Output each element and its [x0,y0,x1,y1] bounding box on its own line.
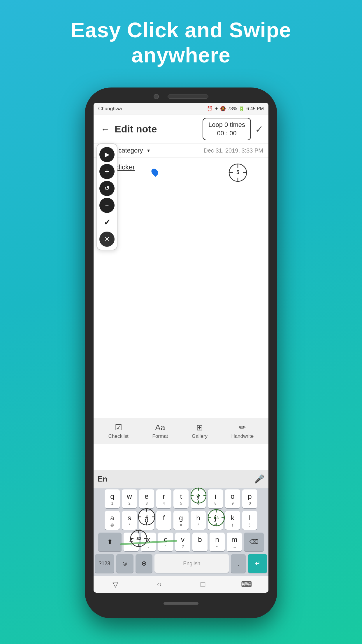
format-icon: Aa [155,423,165,432]
key-symbol[interactable]: ?123 [95,554,114,573]
key-emoji[interactable]: ☺ [116,554,133,573]
toolbar-add-button[interactable]: + [99,164,115,179]
phone-camera [154,94,159,99]
key-e[interactable]: e3 [139,489,154,508]
key-h[interactable]: h/ [191,511,206,530]
app-title: Edit note [115,123,203,135]
key-j[interactable]: j# E3 [208,511,223,530]
checklist-label: Checklist [108,433,129,439]
keyboard-lang-indicator: En [98,475,107,484]
floating-toolbar: ▶ + ↺ − ✓ ✕ [96,144,117,250]
phone-frame: Chunghwa ⏰ ✦ 🔕 73% 🔋 6:45 PM ← Edit note… [85,88,277,618]
key-q[interactable]: q1 [105,489,120,508]
dropdown-arrow-icon[interactable]: ▾ [147,147,150,154]
svg-text:5: 5 [236,169,239,175]
keyboard-mic-icon[interactable]: 🎤 [254,474,264,484]
key-row-1: q1 w2 e3 r4 t5 y6 [95,489,267,508]
home-indicator [164,602,198,605]
key-k[interactable]: k( [225,511,240,530]
key-f[interactable]: f− [156,511,171,530]
gallery-icon: ⊞ [196,423,203,432]
loop-box[interactable]: Loop 0 times 00 : 00 [203,118,251,140]
bluetooth-icon: ✦ [215,106,218,111]
key-o[interactable]: o9 [225,489,240,508]
loop-line1: Loop 0 times [208,121,245,129]
back-button[interactable]: ← [99,123,112,136]
key-delete[interactable]: ⌫ [244,533,264,551]
category-bar: ▣ No category ▾ Dec 31, 2019, 3:33 PM [94,144,268,158]
key-row-3: ⬆ z' S2 [95,533,267,551]
key-globe[interactable]: ⊕ [136,554,153,573]
app-header: ← Edit note Loop 0 times 00 : 00 ✓ [94,115,268,144]
key-m[interactable]: m… [227,533,242,551]
keyboard-area: En 🎤 q1 w2 e3 r4 t5 y6 [94,470,268,576]
key-b[interactable]: b! [192,533,208,551]
key-y[interactable]: y6 1 [191,489,206,508]
key-v[interactable]: v? [175,533,190,551]
status-right: ⏰ ✦ 🔕 73% 🔋 6:45 PM [207,106,264,111]
toolbar-play-button[interactable]: ▶ [99,147,115,162]
toolbar-check-button[interactable]: ✓ [99,215,115,230]
tool-format[interactable]: Aa Format [152,423,168,439]
nav-home-button[interactable]: ○ [150,579,168,590]
battery-icon: 🔋 [239,106,245,111]
tool-gallery[interactable]: ⊞ Gallery [192,423,208,439]
header-line1: Easy Click and Swipe [71,18,291,42]
toolbar-minus-button[interactable]: − [99,198,115,213]
key-c[interactable]: c" [158,533,173,551]
note-date: Dec 31, 2019, 3:33 PM [203,147,263,154]
toolbar-close-button[interactable]: ✕ [99,232,115,247]
key-i[interactable]: i8 [208,489,223,508]
loop-line2: 00 : 00 [208,129,245,138]
key-period[interactable]: . [231,554,246,573]
key-row-2: a@ s* d 4 [95,511,267,530]
svg-text:S2: S2 [136,536,141,541]
checklist-icon: ☑ [115,423,122,432]
key-space[interactable]: English [154,554,229,573]
key-r[interactable]: r4 [156,489,171,508]
tool-checklist[interactable]: ☑ Checklist [108,423,129,439]
time-label: 6:45 PM [246,106,264,111]
key-g[interactable]: g= [173,511,189,530]
key-n[interactable]: n~ [210,533,225,551]
key-p[interactable]: p0 [242,489,257,508]
note-text-underline: clicker [115,163,135,171]
note-area[interactable]: Auto clicker 5 [94,158,268,216]
status-bar: Chunghwa ⏰ ✦ 🔕 73% 🔋 6:45 PM [94,103,268,115]
key-x[interactable]: x: [141,533,156,551]
key-shift[interactable]: ⬆ [98,533,122,551]
toolbar-repeat-button[interactable]: ↺ [99,181,115,196]
phone-speaker [168,94,208,99]
bottom-nav: ▽ ○ □ ⌨ [94,576,268,593]
key-t[interactable]: t5 [173,489,189,508]
target-5-overlay: 5 [228,162,248,184]
key-d[interactable]: d 4 [139,511,154,530]
key-enter[interactable]: ↵ [248,554,267,573]
tool-handwrite[interactable]: ✏ Handwrite [231,423,254,439]
header-line2: anywhere [131,43,231,67]
header-section: Easy Click and Swipe anywhere [0,0,362,68]
key-s[interactable]: s* [122,511,137,530]
nav-keyboard-button[interactable]: ⌨ [238,579,255,590]
key-w[interactable]: w2 [122,489,137,508]
phone-top [85,88,277,99]
bottom-toolbar: ☑ Checklist Aa Format ⊞ Gallery ✏ Handwr… [94,418,268,444]
phone-screen: Chunghwa ⏰ ✦ 🔕 73% 🔋 6:45 PM ← Edit note… [94,103,268,593]
keyboard-rows: q1 w2 e3 r4 t5 y6 [94,488,268,573]
key-row-4: ?123 ☺ ⊕ English . ↵ [95,554,267,573]
header-text: Easy Click and Swipe anywhere [0,0,362,68]
key-z[interactable]: z' S2 [124,533,139,551]
check-button[interactable]: ✓ [255,123,263,135]
key-a[interactable]: a@ [105,511,120,530]
carrier-label: Chunghwa [98,106,122,112]
battery-label: 73% [228,106,237,111]
silent-icon: 🔕 [220,106,226,111]
nav-recent-button[interactable]: □ [194,579,212,590]
format-label: Format [152,433,168,439]
key-l[interactable]: l) [242,511,257,530]
gallery-label: Gallery [192,433,208,439]
alarm-icon: ⏰ [207,106,213,111]
nav-back-button[interactable]: ▽ [107,579,124,590]
handwrite-icon: ✏ [239,423,246,432]
phone-bottom [85,593,277,618]
